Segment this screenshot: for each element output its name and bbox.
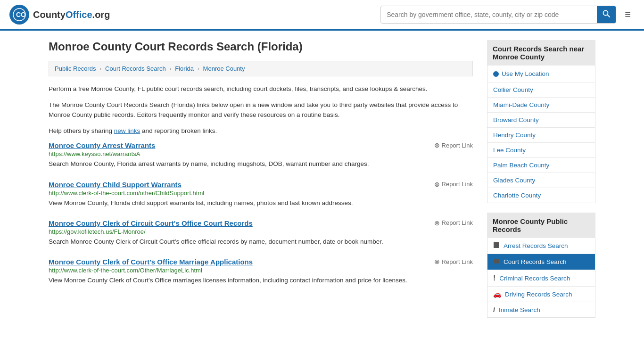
nearby-county-item: Hendry County [487, 128, 595, 143]
public-records-item: 🚗 Driving Records Search [487, 287, 595, 302]
record-url: https://www.keysso.net/warrantsA [49, 150, 473, 157]
header-right: ≡ [380, 6, 635, 24]
record-header: Monroe County Clerk of Circuit Court's O… [49, 219, 473, 227]
record-item: Monroe County Clerk of Court's Office Ma… [49, 258, 473, 285]
report-link-button[interactable]: ⊗ Report Link [434, 141, 473, 149]
record-title-link[interactable]: Monroe County Arrest Warrants [49, 141, 155, 149]
record-desc: View Monroe County Clerk of Court's Offi… [49, 276, 473, 285]
sidebar-item-label: Criminal Records Search [499, 275, 570, 282]
logo-icon: CO [9, 5, 29, 25]
search-bar [380, 6, 616, 24]
breadcrumb-florida[interactable]: Florida [175, 65, 194, 72]
nearby-county-link[interactable]: Miami-Dade County [487, 98, 595, 112]
breadcrumb-court-records[interactable]: Court Records Search [105, 65, 166, 72]
nearby-section: Court Records Search near Monroe County … [487, 40, 595, 203]
report-icon: ⊗ [434, 219, 440, 227]
nearby-county-item: Broward County [487, 113, 595, 128]
breadcrumb-monroe-county[interactable]: Monroe County [203, 65, 245, 72]
site-header: CO CountyOffice.org ≡ [0, 0, 644, 31]
public-records-item: Court Records Search [487, 254, 595, 270]
sidebar-item-label: Arrest Records Search [504, 242, 568, 249]
public-records-list: Arrest Records Search Court Records Sear… [487, 238, 595, 318]
report-label: Report Link [442, 258, 473, 265]
record-title: Monroe County Clerk of Court's Office Ma… [49, 258, 253, 266]
record-url: https://gov.kofiletech.us/FL-Monroe/ [49, 228, 473, 235]
public-records-link[interactable]: Arrest Records Search [487, 238, 595, 254]
sidebar-item-label: Court Records Search [504, 258, 567, 265]
sidebar-item-icon [493, 242, 500, 250]
menu-button[interactable]: ≡ [621, 7, 635, 23]
record-title: Monroe County Clerk of Circuit Court's O… [49, 219, 253, 227]
report-link-button[interactable]: ⊗ Report Link [434, 219, 473, 227]
report-label: Report Link [442, 219, 473, 226]
main-container: Monroe County Court Records Search (Flor… [39, 31, 605, 337]
report-label: Report Link [442, 142, 473, 149]
nearby-county-item: Collier County [487, 82, 595, 98]
public-records-section: Monroe County Public Records Arrest Reco… [487, 213, 595, 318]
record-desc: Search Monroe County Clerk of Circuit Co… [49, 237, 473, 247]
nearby-header: Court Records Search near Monroe County [487, 40, 595, 66]
public-records-link[interactable]: 🚗 Driving Records Search [487, 287, 595, 302]
svg-rect-5 [494, 259, 499, 263]
sidebar-item-icon: ! [493, 274, 495, 282]
nearby-county-link[interactable]: Palm Beach County [487, 158, 595, 173]
record-item: Monroe County Arrest Warrants ⊗ Report L… [49, 141, 473, 169]
nearby-county-list: Collier CountyMiami-Dade CountyBroward C… [487, 82, 595, 203]
use-location-button[interactable]: Use My Location [487, 66, 595, 82]
sidebar: Court Records Search near Monroe County … [487, 40, 595, 327]
location-dot-icon [493, 71, 499, 77]
description-para2: The Monroe County Court Records Search (… [49, 100, 473, 120]
sidebar-item-icon [493, 258, 500, 266]
public-records-item: Arrest Records Search [487, 238, 595, 254]
search-button[interactable] [597, 6, 616, 23]
public-records-link[interactable]: i Inmate Search [487, 302, 595, 317]
record-title-link[interactable]: Monroe County Child Support Warrants [49, 181, 182, 189]
content-area: Monroe County Court Records Search (Flor… [49, 40, 473, 327]
nearby-county-link[interactable]: Charlotte County [487, 188, 595, 203]
record-url: http://www.clerk-of-the-court.com/other/… [49, 189, 473, 197]
record-header: Monroe County Clerk of Court's Office Ma… [49, 258, 473, 266]
record-item: Monroe County Child Support Warrants ⊗ R… [49, 181, 473, 208]
record-title: Monroe County Child Support Warrants [49, 181, 182, 189]
logo-area: CO CountyOffice.org [9, 5, 110, 25]
svg-rect-4 [494, 242, 499, 248]
public-records-link[interactable]: Court Records Search [487, 254, 595, 270]
breadcrumb-public-records[interactable]: Public Records [55, 65, 96, 72]
record-title-link[interactable]: Monroe County Clerk of Court's Office Ma… [49, 258, 253, 266]
report-link-button[interactable]: ⊗ Report Link [434, 181, 473, 188]
record-header: Monroe County Child Support Warrants ⊗ R… [49, 181, 473, 189]
svg-line-3 [608, 15, 610, 17]
svg-text:CO: CO [16, 11, 26, 18]
record-item: Monroe County Clerk of Circuit Court's O… [49, 219, 473, 247]
description-para3: Help others by sharing new links and rep… [49, 126, 473, 136]
public-records-item: i Inmate Search [487, 302, 595, 317]
sidebar-item-label: Inmate Search [499, 306, 540, 313]
record-desc: View Monroe County, Florida child suppor… [49, 198, 473, 208]
nearby-county-item: Glades County [487, 173, 595, 188]
page-title: Monroe County Court Records Search (Flor… [49, 40, 473, 53]
report-icon: ⊗ [434, 258, 440, 265]
new-links-link[interactable]: new links [114, 127, 140, 134]
nearby-county-link[interactable]: Broward County [487, 113, 595, 127]
record-title-link[interactable]: Monroe County Clerk of Circuit Court's O… [49, 219, 253, 227]
public-records-link[interactable]: ! Criminal Records Search [487, 270, 595, 286]
description-para1: Perform a free Monroe County, FL public … [49, 84, 473, 94]
logo-text: CountyOffice.org [33, 9, 110, 20]
nearby-county-item: Miami-Dade County [487, 98, 595, 113]
nearby-county-link[interactable]: Hendry County [487, 128, 595, 142]
nearby-county-link[interactable]: Glades County [487, 173, 595, 188]
sidebar-item-icon: i [493, 306, 495, 313]
records-list: Monroe County Arrest Warrants ⊗ Report L… [49, 141, 473, 285]
record-title: Monroe County Arrest Warrants [49, 141, 155, 149]
public-records-header: Monroe County Public Records [487, 213, 595, 238]
nearby-county-item: Palm Beach County [487, 158, 595, 173]
report-label: Report Link [442, 181, 473, 188]
report-link-button[interactable]: ⊗ Report Link [434, 258, 473, 265]
nearby-county-item: Charlotte County [487, 188, 595, 203]
report-icon: ⊗ [434, 181, 440, 188]
breadcrumb: Public Records › Court Records Search › … [49, 61, 473, 76]
nearby-county-link[interactable]: Lee County [487, 143, 595, 157]
search-input[interactable] [381, 7, 597, 22]
nearby-county-link[interactable]: Collier County [487, 82, 595, 97]
sidebar-item-icon: 🚗 [493, 290, 501, 298]
